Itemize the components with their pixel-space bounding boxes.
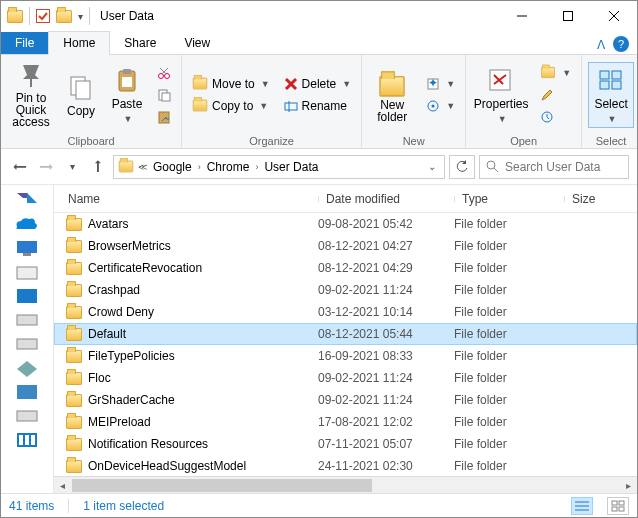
- recent-locations-button[interactable]: ▾: [61, 156, 83, 178]
- row-name: BrowserMetrics: [88, 239, 171, 253]
- select-button[interactable]: Select ▼: [588, 62, 634, 128]
- row-name: Crowd Deny: [88, 305, 154, 319]
- address-dropdown-icon[interactable]: ⌄: [424, 161, 440, 172]
- row-name: Notification Resources: [88, 437, 208, 451]
- open-button[interactable]: ▼: [536, 63, 575, 83]
- table-row[interactable]: Floc09-02-2021 11:24File folder: [54, 367, 637, 389]
- group-select: Select ▼ Select: [582, 55, 638, 148]
- address-bar[interactable]: ≪ Google › Chrome › User Data ⌄: [113, 155, 445, 179]
- nav-tree[interactable]: [1, 185, 54, 493]
- pin-to-quick-access-button[interactable]: Pin to Quick access: [7, 62, 55, 128]
- svg-line-33: [494, 168, 498, 172]
- search-box[interactable]: Search User Data: [479, 155, 629, 179]
- tab-share[interactable]: Share: [110, 32, 170, 54]
- tree-this-pc-icon[interactable]: [13, 239, 41, 257]
- copy-to-label: Copy to: [212, 99, 253, 113]
- scroll-left-icon[interactable]: ◂: [54, 477, 71, 493]
- breadcrumb-chrome[interactable]: Chrome: [205, 160, 252, 174]
- svg-rect-36: [17, 267, 37, 279]
- breadcrumb-sep[interactable]: ≪: [136, 162, 149, 172]
- table-row[interactable]: MEIPreload17-08-2021 12:02File folder: [54, 411, 637, 433]
- maximize-button[interactable]: [545, 1, 591, 31]
- table-row[interactable]: BrowserMetrics08-12-2021 04:27File folde…: [54, 235, 637, 257]
- checkbox-icon[interactable]: [36, 9, 50, 23]
- scroll-thumb[interactable]: [72, 479, 372, 492]
- copy-path-button[interactable]: [153, 85, 175, 105]
- tree-item-icon[interactable]: [13, 431, 41, 449]
- copy-to-icon: [193, 100, 207, 112]
- col-type[interactable]: Type: [454, 192, 564, 206]
- forward-button[interactable]: 🠖: [35, 156, 57, 178]
- paste-button[interactable]: Paste ▼: [107, 62, 147, 128]
- tab-home[interactable]: Home: [48, 31, 110, 55]
- minimize-button[interactable]: [499, 1, 545, 31]
- new-folder-button[interactable]: New folder: [368, 62, 416, 128]
- delete-label: Delete: [302, 77, 337, 91]
- details-view-button[interactable]: [571, 497, 593, 515]
- tree-quick-access-icon[interactable]: [13, 191, 41, 209]
- tab-view[interactable]: View: [170, 32, 224, 54]
- svg-rect-2: [564, 12, 573, 21]
- cut-button[interactable]: [153, 63, 175, 83]
- breadcrumb-google[interactable]: Google: [151, 160, 194, 174]
- svg-rect-37: [17, 289, 37, 303]
- tree-item-icon[interactable]: [13, 287, 41, 305]
- tree-item-icon[interactable]: [13, 263, 41, 281]
- scroll-right-icon[interactable]: ▸: [620, 477, 637, 493]
- qat-folder-icon[interactable]: [56, 10, 72, 23]
- ribbon-collapse-icon[interactable]: ᐱ: [589, 36, 613, 54]
- delete-button[interactable]: Delete ▼: [280, 74, 356, 94]
- move-to-button[interactable]: Move to ▼: [188, 74, 274, 94]
- svg-rect-16: [162, 93, 170, 101]
- up-button[interactable]: 🠕: [87, 156, 109, 178]
- tree-item-icon[interactable]: [13, 383, 41, 401]
- history-button[interactable]: [536, 107, 575, 127]
- tree-item-icon[interactable]: [13, 407, 41, 425]
- paste-shortcut-button[interactable]: [153, 107, 175, 127]
- title-bar: ▾ User Data: [1, 1, 637, 31]
- tree-item-icon[interactable]: [13, 335, 41, 353]
- table-row[interactable]: FileTypePolicies16-09-2021 08:33File fol…: [54, 345, 637, 367]
- table-row[interactable]: Crashpad09-02-2021 11:24File folder: [54, 279, 637, 301]
- qat-overflow-icon[interactable]: ▾: [78, 11, 83, 22]
- col-date[interactable]: Date modified: [318, 192, 454, 206]
- row-type: File folder: [454, 349, 564, 363]
- breadcrumb-sep[interactable]: ›: [253, 162, 260, 172]
- group-label-clipboard: Clipboard: [1, 134, 181, 148]
- new-item-button[interactable]: ✦▼: [422, 74, 459, 94]
- tree-item-icon[interactable]: [13, 311, 41, 329]
- table-row[interactable]: Avatars09-08-2021 05:42File folder: [54, 213, 637, 235]
- table-row[interactable]: Default08-12-2021 05:44File folder: [54, 323, 637, 345]
- breadcrumb-user-data[interactable]: User Data: [262, 160, 320, 174]
- breadcrumb-root-icon[interactable]: [119, 161, 133, 173]
- table-row[interactable]: GrShaderCache09-02-2021 11:24File folder: [54, 389, 637, 411]
- close-button[interactable]: [591, 1, 637, 31]
- copy-button[interactable]: Copy: [61, 62, 101, 128]
- table-row[interactable]: Crowd Deny03-12-2021 10:14File folder: [54, 301, 637, 323]
- copy-to-button[interactable]: Copy to ▼: [188, 96, 274, 116]
- tree-item-icon[interactable]: [13, 359, 41, 377]
- help-icon[interactable]: ?: [613, 36, 629, 52]
- table-row[interactable]: CertificateRevocation08-12-2021 04:29Fil…: [54, 257, 637, 279]
- tree-onedrive-icon[interactable]: [13, 215, 41, 233]
- svg-rect-41: [17, 411, 37, 421]
- open-mini: ▼: [536, 63, 575, 127]
- easy-access-button[interactable]: ▼: [422, 96, 459, 116]
- back-button[interactable]: 🠔: [9, 156, 31, 178]
- refresh-button[interactable]: [449, 155, 475, 179]
- row-date: 09-08-2021 05:42: [318, 217, 454, 231]
- col-size[interactable]: Size: [564, 192, 637, 206]
- rename-button[interactable]: Rename: [280, 96, 356, 116]
- edit-button[interactable]: [536, 85, 575, 105]
- properties-button[interactable]: Properties ▼: [472, 62, 530, 128]
- large-icons-view-button[interactable]: [607, 497, 629, 515]
- file-rows: Avatars09-08-2021 05:42File folderBrowse…: [54, 213, 637, 476]
- svg-rect-45: [31, 435, 35, 445]
- table-row[interactable]: OnDeviceHeadSuggestModel24-11-2021 02:30…: [54, 455, 637, 476]
- group-label-open: Open: [466, 134, 581, 148]
- tab-file[interactable]: File: [1, 32, 48, 54]
- col-name[interactable]: Name: [60, 192, 318, 206]
- breadcrumb-sep[interactable]: ›: [196, 162, 203, 172]
- horizontal-scrollbar[interactable]: ◂ ▸: [54, 476, 637, 493]
- table-row[interactable]: Notification Resources07-11-2021 05:07Fi…: [54, 433, 637, 455]
